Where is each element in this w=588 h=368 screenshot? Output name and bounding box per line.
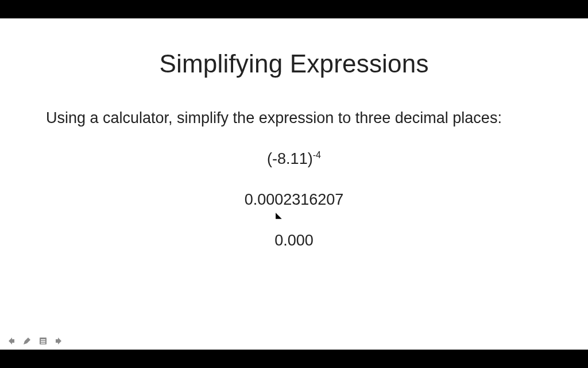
arrow-left-icon (6, 336, 16, 346)
arrow-right-icon (55, 336, 64, 346)
slide-content: Simplifying Expressions Using a calculat… (0, 18, 588, 350)
expression-exponent: -4 (313, 150, 321, 160)
expression: (-8.11)-4 (23, 150, 565, 168)
slide-menu-button[interactable] (38, 336, 48, 346)
svg-rect-1 (41, 339, 45, 340)
menu-icon (38, 336, 48, 346)
next-slide-button[interactable] (54, 336, 64, 346)
svg-rect-2 (41, 341, 45, 342)
letterbox-top (0, 0, 588, 18)
slide-title: Simplifying Expressions (23, 49, 565, 78)
cursor-pointer-icon: ◣ (276, 210, 282, 220)
svg-rect-3 (41, 343, 45, 344)
expression-base: (-8.11) (267, 150, 313, 167)
pen-icon (22, 336, 32, 346)
pen-tool-button[interactable] (22, 336, 32, 346)
previous-slide-button[interactable] (6, 336, 16, 346)
presentation-toolbar (6, 336, 64, 346)
instruction-text: Using a calculator, simplify the express… (46, 109, 565, 127)
full-result: 0.0002316207 (23, 191, 565, 209)
rounded-result: 0.000 (23, 232, 565, 250)
letterbox-bottom (0, 350, 588, 368)
slide-area: Simplifying Expressions Using a calculat… (0, 18, 588, 350)
